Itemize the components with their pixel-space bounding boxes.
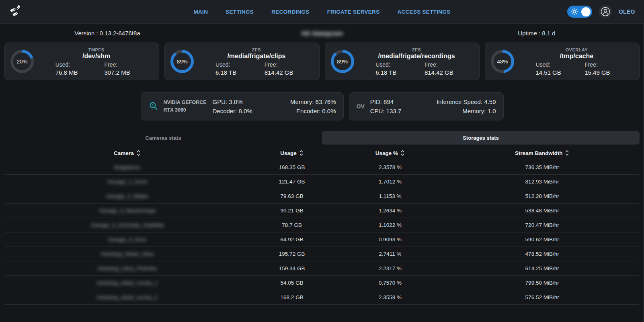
sort-icon bbox=[299, 150, 304, 156]
detector-memory-stat: Memory: 1.0 bbox=[437, 108, 496, 114]
frigate-logo-icon[interactable] bbox=[6, 3, 24, 20]
sort-icon bbox=[136, 150, 141, 156]
camera-name-blurred: Garage_3_Masterskaja bbox=[5, 208, 249, 214]
bandwidth-cell: 799.50 MiB/hr bbox=[445, 280, 639, 286]
used-value: 6.18 TB bbox=[215, 69, 265, 76]
table-row: Garage_3_Masterskaja 90.21 GB 1.2634 % 5… bbox=[5, 204, 639, 218]
usage-cell: 168.2 GB bbox=[249, 294, 335, 300]
main-nav: MAIN SETTINGS RECORDINGS FRIGATE SERVERS… bbox=[194, 9, 451, 15]
table-row: Garage_1_Zona 121.47 GB 1.7012 % 812.93 … bbox=[5, 175, 639, 189]
nav-item-main[interactable]: MAIN bbox=[194, 9, 208, 15]
table-body: Bulgakova 168.35 GB 2.3578 % 736.35 MiB/… bbox=[5, 160, 639, 305]
bandwidth-cell: 720.47 MiB/hr bbox=[445, 222, 639, 228]
column-header-camera[interactable]: Camera bbox=[5, 150, 249, 156]
camera-name-blurred: Garage_5_Dvor bbox=[5, 236, 249, 243]
storage-card-recordings: 89% ZFS /media/frigate/recordings Used: … bbox=[325, 43, 480, 80]
camera-name-blurred: Holodnyj_sklad_vorota_1 bbox=[5, 280, 249, 286]
bandwidth-cell: 812.93 MiB/hr bbox=[445, 179, 639, 185]
detector-card: OV PID: 894 CPU: 133.7 Inference Speed: … bbox=[349, 92, 504, 120]
gpu-memory-stat: Memory: 63.76% bbox=[290, 98, 336, 105]
donut-percent-label: 89% bbox=[173, 53, 191, 70]
used-label: Used: bbox=[55, 61, 105, 68]
free-label: Free: bbox=[104, 61, 153, 68]
top-bar: MAIN SETTINGS RECORDINGS FRIGATE SERVERS… bbox=[0, 0, 644, 23]
usage-donut: 89% bbox=[331, 50, 354, 73]
usage-donut: 20% bbox=[10, 50, 34, 73]
nav-item-frigate-servers[interactable]: FRIGATE SERVERS bbox=[327, 9, 380, 15]
user-avatar-icon[interactable] bbox=[599, 5, 612, 18]
fs-type-label: ZFS bbox=[360, 47, 474, 52]
table-row: Holodnyj_Sklad_Ulica 195.72 GB 2.7411 % … bbox=[5, 247, 639, 261]
uptime-label: Uptime : 8.1 d bbox=[429, 30, 644, 37]
usage-cell: 78.7 GB bbox=[249, 222, 335, 228]
camera-name-blurred: Holodnyj_Sklad_Ulica bbox=[5, 251, 249, 257]
free-value: 814.42 GB bbox=[425, 69, 474, 76]
gpu-inspect-icon: ? bbox=[148, 101, 159, 112]
camera-name-blurred: Garage_4_Komnata_Voditelej bbox=[5, 222, 249, 228]
bandwidth-cell: 512.28 MiB/hr bbox=[445, 193, 639, 199]
usage-pct-cell: 0.7570 % bbox=[335, 280, 446, 286]
fs-type-label: OVERLAY bbox=[520, 47, 634, 52]
tab-cameras-stats[interactable]: Cameras stats bbox=[4, 131, 322, 145]
nav-item-recordings[interactable]: RECORDINGS bbox=[271, 9, 310, 15]
camera-name-blurred: Holodnyj_Ulica_Priemka bbox=[5, 265, 249, 271]
server-title-blurred: АБ Заводская bbox=[215, 30, 429, 37]
usage-cell: 64.92 GB bbox=[249, 236, 335, 243]
bandwidth-cell: 614.25 MiB/hr bbox=[445, 265, 639, 271]
bandwidth-cell: 478.52 MiB/hr bbox=[445, 251, 639, 257]
gpu-decoder-stat: Decoder: 8.0% bbox=[213, 108, 252, 114]
usage-pct-cell: 0.9093 % bbox=[335, 236, 446, 243]
used-label: Used: bbox=[375, 61, 425, 68]
sort-icon bbox=[400, 150, 405, 156]
used-value: 14.51 GB bbox=[535, 69, 585, 76]
stats-tabs: Cameras stats Storages stats bbox=[4, 131, 640, 145]
version-label: Version : 0.13.2-6476f8a bbox=[0, 30, 215, 37]
usage-pct-cell: 1.1153 % bbox=[335, 193, 446, 199]
fs-path-label: /media/frigate/recordings bbox=[360, 53, 474, 60]
topbar-right-group: OLEG bbox=[567, 5, 635, 18]
detector-name-label: OV bbox=[357, 103, 365, 110]
usage-donut: 89% bbox=[170, 50, 194, 73]
usage-cell: 168.35 GB bbox=[249, 164, 335, 170]
used-label: Used: bbox=[535, 61, 585, 68]
gpu-encoder-stat: Encoder: 0.0% bbox=[290, 108, 336, 114]
table-row: Garage_4_Komnata_Voditelej 78.7 GB 1.102… bbox=[5, 218, 639, 232]
column-header-usage[interactable]: Usage bbox=[249, 150, 335, 156]
usage-pct-cell: 2.7411 % bbox=[335, 251, 446, 257]
table-row: Bulgakova 168.35 GB 2.3578 % 736.35 MiB/… bbox=[5, 160, 639, 175]
column-header-usage-pct[interactable]: Usage % bbox=[335, 150, 446, 156]
usage-pct-cell: 2.3578 % bbox=[335, 164, 446, 170]
bandwidth-cell: 590.62 MiB/hr bbox=[445, 236, 639, 243]
gpu-card: ? NVIDIA GEFORCE RTX 3060 GPU: 3.0% Deco… bbox=[141, 92, 344, 120]
theme-toggle[interactable] bbox=[567, 6, 592, 18]
usage-cell: 54.05 GB bbox=[249, 280, 335, 286]
table-row: Holodnyj_sklad_vorota_2 168.2 GB 2.3558 … bbox=[5, 290, 639, 305]
nav-item-settings[interactable]: SETTINGS bbox=[226, 9, 254, 15]
detector-cpu-stat: CPU: 133.7 bbox=[370, 108, 402, 114]
usage-pct-cell: 2.2317 % bbox=[335, 265, 446, 271]
donut-percent-label: 20% bbox=[13, 53, 31, 70]
username-label[interactable]: OLEG bbox=[619, 8, 635, 15]
table-row: Holodnyj_Ulica_Priemka 159.34 GB 2.2317 … bbox=[5, 261, 639, 276]
camera-name-blurred: Holodnyj_sklad_vorota_2 bbox=[5, 294, 249, 300]
usage-pct-cell: 1.7012 % bbox=[335, 179, 446, 185]
fs-type-label: TMPFS bbox=[39, 47, 153, 52]
usage-pct-cell: 1.2634 % bbox=[335, 208, 446, 214]
camera-name-blurred: Bulgakova bbox=[5, 164, 249, 170]
free-value: 15.49 GB bbox=[585, 69, 634, 76]
free-label: Free: bbox=[425, 61, 474, 68]
info-row: Version : 0.13.2-6476f8a АБ Заводская Up… bbox=[0, 25, 644, 41]
bandwidth-cell: 736.35 MiB/hr bbox=[445, 164, 639, 170]
tab-storages-stats[interactable]: Storages stats bbox=[322, 131, 640, 145]
usage-cell: 121.47 GB bbox=[249, 179, 335, 185]
storage-card-dev-shm: 20% TMPFS /dev/shm Used: 76.8 MB Free: 3… bbox=[4, 43, 159, 80]
bandwidth-cell: 576.52 MiB/hr bbox=[445, 294, 639, 300]
usage-pct-cell: 1.1022 % bbox=[335, 222, 446, 228]
nav-item-access-settings[interactable]: ACCESS SETTINGS bbox=[397, 9, 450, 15]
detector-inference-stat: Inference Speed: 4.59 bbox=[437, 98, 496, 105]
fs-path-label: /tmp/cache bbox=[520, 53, 634, 60]
used-label: Used: bbox=[215, 61, 265, 68]
camera-name-blurred: Garage_1_Zona bbox=[5, 179, 249, 185]
free-label: Free: bbox=[265, 61, 314, 68]
column-header-bandwidth[interactable]: Stream Bandwidth bbox=[445, 150, 639, 156]
